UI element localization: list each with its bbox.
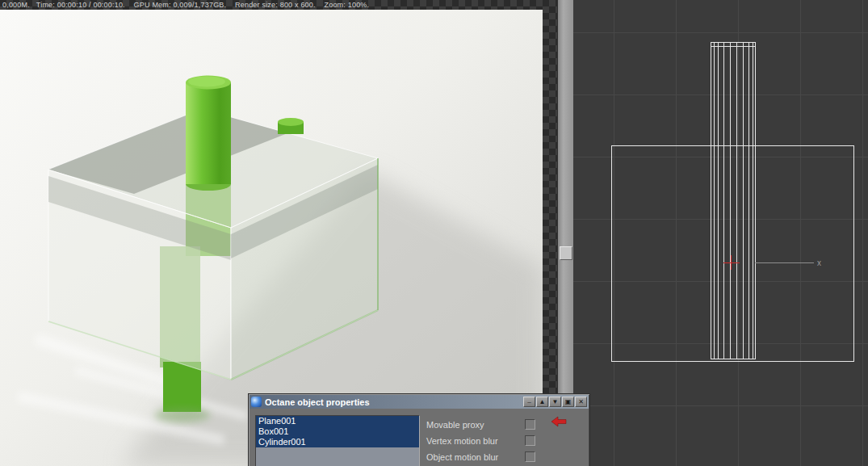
option-row-object-motion-blur: Object motion blur [426,451,535,462]
option-row-movable-proxy: Movable proxy [426,419,535,430]
restore-button[interactable]: ▣ [562,397,574,407]
green-cylinder [186,76,231,191]
render-status-bar: 0,000M. Time: 00:00:10 / 00:00:10. GPU M… [2,0,369,10]
option-label-movable-proxy: Movable proxy [426,420,484,430]
shade-down-button[interactable]: ▼ [549,397,561,407]
dialog-titlebar[interactable]: Octane object properties – ▲ ▼ ▣ ✕ [249,395,589,409]
dialog-title: Octane object properties [265,397,523,407]
octane-object-properties-dialog: Octane object properties – ▲ ▼ ▣ ✕ Plane… [248,393,590,466]
minimize-button[interactable]: – [523,397,535,407]
shade-up-button[interactable]: ▲ [536,397,548,407]
close-button[interactable]: ✕ [575,397,587,407]
scrollbar-thumb[interactable] [560,246,572,260]
list-item-plane001[interactable]: Plane001 [256,416,419,426]
object-list[interactable]: Plane001 Box001 Cylinder001 [255,415,420,466]
list-item-box001[interactable]: Box001 [256,426,419,437]
option-label-object-motion-blur: Object motion blur [426,452,498,462]
application-window: 0,000M. Time: 00:00:10 / 00:00:10. GPU M… [0,0,868,466]
checkbox-object-motion-blur[interactable] [525,451,535,462]
octane-logo-icon [251,397,262,407]
option-row-vertex-motion-blur: Vertex motion blur [426,435,535,446]
max-front-viewport[interactable]: x [573,0,868,466]
checkbox-movable-proxy[interactable] [525,419,535,430]
window-buttons: – ▲ ▼ ▣ ✕ [523,397,587,407]
x-axis-label: x [817,258,821,267]
list-item-cylinder001[interactable]: Cylinder001 [256,437,419,447]
viewport-canvas[interactable]: x [573,0,868,466]
checkbox-vertex-motion-blur[interactable] [525,435,535,446]
mouse-cursor-arrow [551,416,567,427]
small-green-cylinder [278,118,304,134]
option-label-vertex-motion-blur: Vertex motion blur [426,436,498,446]
